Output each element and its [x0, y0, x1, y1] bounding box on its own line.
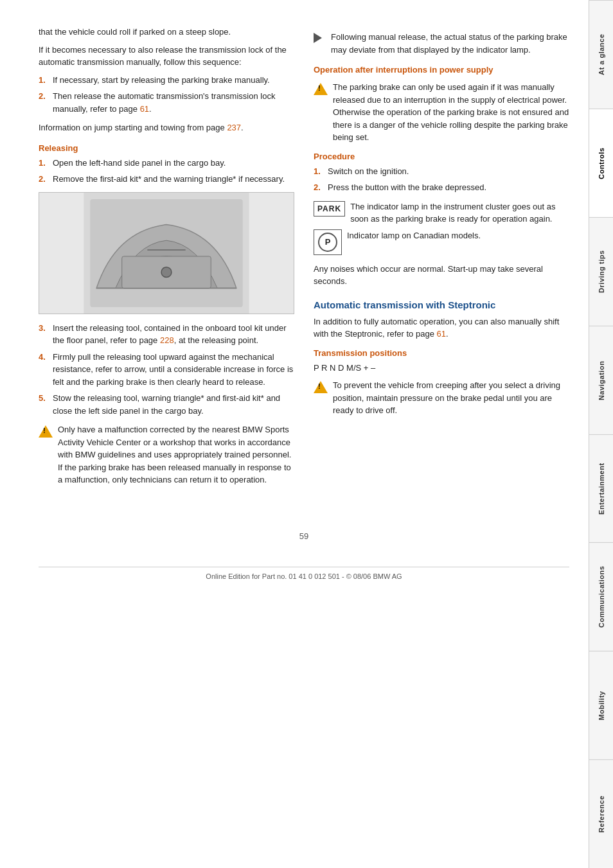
releasing-heading: Releasing: [39, 143, 294, 153]
transmission-positions: P R N D M/S + –: [314, 362, 569, 375]
sidebar-tab-navigation[interactable]: Navigation: [589, 326, 613, 434]
sidebar-tab-communications[interactable]: Communications: [589, 542, 613, 651]
procedure-steps: 1. Switch on the ignition. 2. Press the …: [314, 165, 569, 194]
list-item: 5. Stow the releasing tool, warning tria…: [39, 392, 294, 417]
footer-area: 59 Online Edition for Part no. 01 41 0 0…: [39, 531, 569, 580]
page-number: 59: [39, 531, 569, 541]
auto-trans-heading: Automatic transmission with Steptronic: [314, 299, 569, 310]
p-circle-box: P: [314, 229, 342, 255]
trans-warning-box: To prevent the vehicle from creeping aft…: [314, 379, 569, 417]
procedure-heading: Procedure: [314, 152, 569, 161]
any-noises-text: Any noises which occur are normal. Start…: [314, 263, 569, 288]
p-circle-indicator: P Indicator lamp on Canadian models.: [314, 229, 569, 255]
warning-icon: [39, 424, 53, 438]
p-circle: P: [318, 233, 337, 252]
warning-icon-2: [314, 82, 328, 96]
operation-warning: The parking brake can only be used again…: [314, 81, 569, 144]
warning-malfunction: Only have a malfunction corrected by the…: [39, 423, 294, 486]
play-icon: [314, 33, 322, 43]
svg-point-5: [161, 267, 172, 277]
jump-text: Information on jump starting and towing …: [39, 121, 294, 134]
sidebar-tab-controls[interactable]: Controls: [589, 109, 613, 217]
list-item: 2. Then release the automatic transmissi…: [39, 90, 294, 115]
sidebar-tab-entertainment[interactable]: Entertainment: [589, 434, 613, 543]
sidebar: At a glance Controls Driving tips Naviga…: [589, 0, 613, 868]
list-item: 1. Switch on the ignition.: [314, 165, 569, 178]
releasing-steps-3-5: 3. Insert the releasing tool, contained …: [39, 322, 294, 418]
list-item: 2. Press the button with the brake depre…: [314, 181, 569, 194]
list-item: 1. If necessary, start by releasing the …: [39, 74, 294, 87]
park-symbol: PARK: [314, 201, 345, 217]
operation-heading: Operation after interruptions in power s…: [314, 65, 569, 75]
intro-text: that the vehicle could roll if parked on…: [39, 26, 294, 39]
footer-text: Online Edition for Part no. 01 41 0 012 …: [39, 567, 569, 580]
list-item: 1. Open the left-hand side panel in the …: [39, 157, 294, 170]
warning-icon-3: [314, 380, 328, 394]
left-column: that the vehicle could roll if parked on…: [39, 26, 294, 493]
right-column: Following manual release, the actual sta…: [314, 26, 569, 493]
sidebar-tab-reference[interactable]: Reference: [589, 759, 613, 868]
sidebar-tab-at-a-glance[interactable]: At a glance: [589, 0, 613, 109]
list-item: 2. Remove the first-aid kit* and the war…: [39, 173, 294, 186]
sidebar-tab-mobility[interactable]: Mobility: [589, 651, 613, 759]
list-item: 3. Insert the releasing tool, contained …: [39, 322, 294, 347]
transmission-heading: Transmission positions: [314, 348, 569, 358]
auto-trans-para: In addition to fully automatic operation…: [314, 315, 569, 341]
note-play-box: Following manual release, the actual sta…: [314, 31, 569, 56]
main-content: that the vehicle could roll if parked on…: [0, 0, 589, 868]
para2: If it becomes necessary to also release …: [39, 44, 294, 69]
list-item: 4. Firmly pull the releasing tool upward…: [39, 351, 294, 389]
park-indicator: PARK The indicator lamp in the instrumen…: [314, 200, 569, 226]
releasing-steps-1-2: 1. Open the left-hand side panel in the …: [39, 157, 294, 186]
steps-1-2: 1. If necessary, start by releasing the …: [39, 74, 294, 116]
sidebar-tab-driving-tips[interactable]: Driving tips: [589, 217, 613, 326]
cargo-bay-image: [39, 192, 294, 314]
